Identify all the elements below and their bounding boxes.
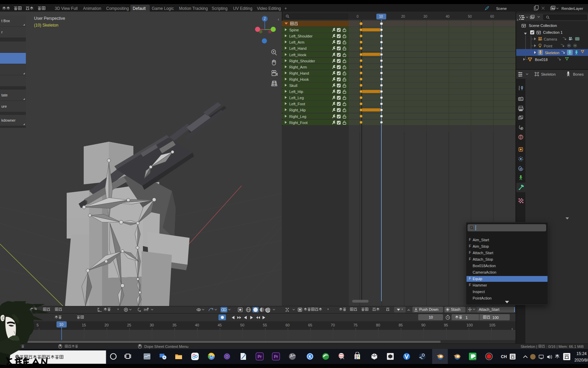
svg-text:Pr: Pr [258, 354, 262, 359]
svg-text:Pr: Pr [274, 354, 278, 359]
svg-text:Z: Z [264, 17, 266, 21]
svg-text:K: K [309, 354, 312, 359]
svg-text:‹: ‹ [278, 17, 279, 22]
